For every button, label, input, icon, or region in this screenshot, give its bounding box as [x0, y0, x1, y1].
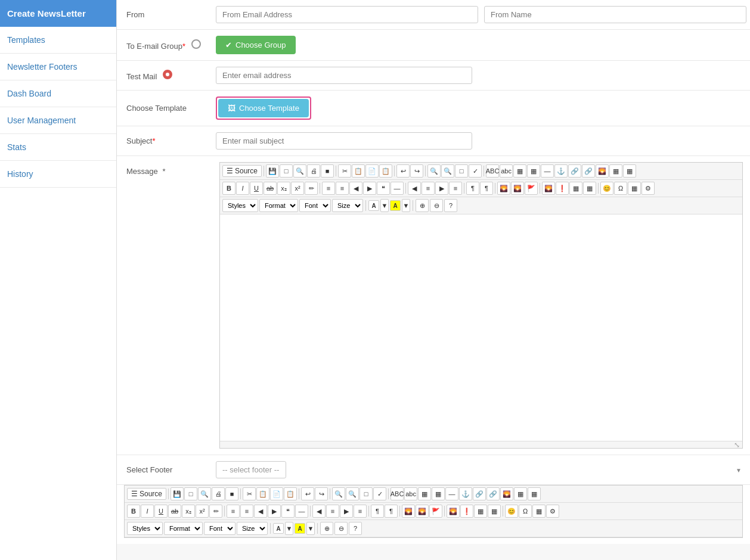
redo-btn[interactable]: ↪ [410, 164, 423, 178]
f-styles-select[interactable]: Styles [127, 522, 163, 535]
f-undo-btn[interactable]: ↩ [301, 487, 314, 500]
f-templates-btn[interactable]: ■ [225, 487, 238, 500]
f-font-select[interactable]: Font [204, 522, 235, 535]
image2-btn[interactable]: 🌄 [497, 182, 510, 195]
f-print-btn[interactable]: 🖨 [212, 487, 225, 500]
editor-resize-handle[interactable]: ⤡ [220, 441, 742, 448]
f-link-btn[interactable]: 🔗 [473, 487, 486, 500]
sidebar-item-stats[interactable]: Stats [0, 134, 116, 161]
alignjustify-btn[interactable]: ≡ [449, 182, 462, 195]
showblocks-btn[interactable]: ¶ [466, 182, 479, 195]
choose-template-button[interactable]: 🖼 Choose Template [218, 99, 309, 117]
underline-btn[interactable]: U [250, 182, 263, 195]
f-cut-btn[interactable]: ✂ [243, 487, 256, 500]
bidiLtr-btn[interactable]: ¶ [480, 182, 493, 195]
f-sub-btn[interactable]: x₂ [182, 505, 195, 518]
hr-btn[interactable]: — [541, 164, 554, 178]
source-button[interactable]: ☰ Source [222, 165, 262, 177]
bg-color-swatch[interactable]: A [390, 200, 401, 211]
f-underline-btn[interactable]: U [154, 505, 168, 518]
sidebar-item-newsletter-footers[interactable]: Newsletter Footers [0, 54, 116, 80]
copy-btn[interactable]: 📋 [352, 164, 365, 178]
f-blockquote-btn[interactable]: ❝ [281, 505, 295, 518]
grow-btn[interactable]: ⊕ [416, 199, 429, 212]
f-selectall-btn[interactable]: □ [359, 487, 373, 500]
test-mail-input[interactable] [216, 67, 472, 84]
sidebar-item-user-management[interactable]: User Management [0, 107, 116, 134]
specialchar-btn[interactable]: Ω [614, 182, 627, 195]
replace-btn[interactable]: 🔍 [441, 164, 454, 178]
f-sup-btn[interactable]: x² [196, 505, 209, 518]
from-name-input[interactable] [484, 6, 746, 23]
flag-btn[interactable]: 🚩 [525, 182, 538, 195]
find-btn[interactable]: 🔍 [427, 164, 441, 178]
f-bidi-btn[interactable]: ¶ [385, 505, 398, 518]
f-abc2-btn[interactable]: abc [404, 487, 417, 500]
cut-btn[interactable]: ✂ [338, 164, 351, 178]
removeformat-btn[interactable]: ✏ [305, 182, 318, 195]
f-flag-btn[interactable]: 🚩 [429, 505, 442, 518]
save-btn[interactable]: 💾 [266, 164, 279, 178]
f-tbl3-btn[interactable]: ▦ [474, 505, 487, 518]
subscript-btn[interactable]: x₂ [277, 182, 290, 195]
test-mail-radio[interactable] [163, 70, 172, 79]
alignleft-btn[interactable]: ◀ [408, 182, 421, 195]
font-select[interactable]: Font [299, 199, 331, 212]
print-btn[interactable]: 🖨 [307, 164, 320, 178]
f-ul-btn[interactable]: ≡ [240, 505, 253, 518]
f-shrink-btn[interactable]: ⊖ [334, 522, 348, 535]
paste-btn[interactable]: 📄 [365, 164, 379, 178]
bold2-btn[interactable]: ABC [486, 164, 499, 178]
f-flash-btn[interactable]: ▦ [514, 487, 527, 500]
f-right-btn[interactable]: ▶ [340, 505, 353, 518]
f-table2-btn[interactable]: ▦ [432, 487, 445, 500]
f-outdent-btn[interactable]: ◀ [254, 505, 267, 518]
f-smiley-btn[interactable]: 😊 [505, 505, 518, 518]
f-unlink-btn[interactable]: 🔗 [486, 487, 500, 500]
to-email-radio[interactable] [191, 39, 201, 49]
flash-btn[interactable]: ▦ [609, 164, 622, 178]
blockquote-btn[interactable]: ❝ [377, 182, 390, 195]
subject-input[interactable] [216, 132, 472, 150]
f-grow-btn[interactable]: ⊕ [320, 522, 333, 535]
f-div-btn[interactable]: — [295, 505, 308, 518]
f-iframe-btn[interactable]: ▦ [528, 487, 541, 500]
f-text-color[interactable]: A [273, 523, 284, 534]
sidebar-item-history[interactable]: History [0, 161, 116, 188]
superscript-btn[interactable]: x² [291, 182, 304, 195]
link-btn[interactable]: 🔗 [568, 164, 581, 178]
iframe-btn[interactable]: ▦ [623, 164, 636, 178]
f-omega-btn[interactable]: Ω [519, 505, 532, 518]
creatediv-btn[interactable]: — [391, 182, 404, 195]
anchor-btn[interactable]: ⚓ [554, 164, 568, 178]
f-show-btn[interactable]: ¶ [371, 505, 384, 518]
spellcheck-btn[interactable]: ✓ [469, 164, 482, 178]
f-pastetxt-btn[interactable]: 📋 [284, 487, 297, 500]
smiley-btn[interactable]: 😊 [600, 182, 613, 195]
footer-select[interactable]: -- select footer -- [216, 461, 286, 478]
f-strike-btn[interactable]: ab [168, 505, 181, 518]
footer-source-button[interactable]: ☰ Source [127, 488, 166, 500]
unlink-btn[interactable]: 🔗 [582, 164, 595, 178]
editor-body[interactable] [220, 214, 742, 441]
table2-btn[interactable]: ▦ [527, 164, 540, 178]
image3-btn[interactable]: 🌄 [511, 182, 524, 195]
paste-text-btn[interactable]: 📋 [379, 164, 392, 178]
styles-select[interactable]: Styles [222, 199, 258, 212]
f-spell-btn[interactable]: ✓ [373, 487, 386, 500]
sidebar-item-dashboard[interactable]: Dash Board [0, 80, 116, 107]
sidebar-item-templates[interactable]: Templates [0, 27, 116, 54]
f-center-btn[interactable]: ≡ [326, 505, 339, 518]
f-img2-btn[interactable]: 🌄 [402, 505, 415, 518]
templates-btn[interactable]: ■ [321, 164, 334, 178]
f-flash3-btn[interactable]: ❗ [460, 505, 473, 518]
pagebreak-btn[interactable]: ▦ [628, 182, 641, 195]
outdent-btn[interactable]: ◀ [349, 182, 362, 195]
f-bold-btn[interactable]: B [127, 505, 140, 518]
f-help-btn[interactable]: ? [349, 522, 362, 535]
shrink-btn[interactable]: ⊖ [430, 199, 443, 212]
f-bg-color-arrow[interactable]: ▼ [306, 522, 315, 535]
strikethrough-btn[interactable]: ab [264, 182, 277, 195]
f-img4-btn[interactable]: 🌄 [447, 505, 460, 518]
f-size-select[interactable]: Size [237, 522, 268, 535]
